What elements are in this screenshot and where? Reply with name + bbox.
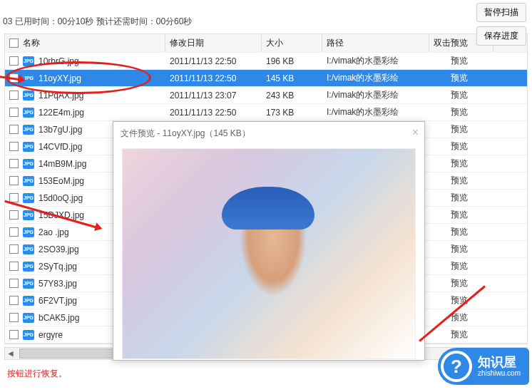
file-name: ergyre: [39, 330, 63, 340]
jpg-file-icon: JPG: [23, 73, 34, 83]
row-checkbox[interactable]: [9, 313, 19, 322]
preview-link[interactable]: 预览: [429, 53, 493, 68]
row-checkbox[interactable]: [9, 210, 19, 220]
preview-image: [122, 148, 416, 359]
status-bar: 03 已用时间：00分10秒 预计还需时间：00分60秒: [0, 0, 532, 31]
logo-title: 知识屋: [478, 356, 521, 370]
site-logo: ? 知识屋 zhishiwu.com: [438, 348, 529, 385]
close-icon[interactable]: ×: [412, 126, 419, 139]
jpg-file-icon: JPG: [23, 313, 34, 323]
preview-link[interactable]: 预览: [429, 156, 493, 171]
table-row[interactable]: JPG10rbrG.jpg2011/11/13 22:50196 KBI:/vi…: [5, 53, 527, 70]
row-checkbox[interactable]: [9, 176, 19, 185]
row-checkbox[interactable]: [9, 142, 19, 151]
file-path: I:/vimak的水墨彩绘: [322, 105, 429, 120]
preview-link[interactable]: 预览: [429, 122, 493, 137]
jpg-file-icon: JPG: [23, 125, 34, 135]
file-name: 11PqAX.jpg: [39, 91, 83, 100]
logo-subtitle: zhishiwu.com: [478, 369, 521, 377]
file-name: 2SyTq.jpg: [39, 262, 77, 272]
preview-link[interactable]: 预览: [429, 139, 493, 154]
file-name: 15d0oQ.jpg: [39, 193, 83, 203]
preview-link[interactable]: 预览: [429, 276, 493, 291]
file-name: 11oyXY.jpg: [39, 73, 81, 83]
preview-link[interactable]: 预览: [429, 190, 493, 205]
file-name: bCAK5.jpg: [39, 313, 79, 323]
preview-link[interactable]: 预览: [429, 207, 493, 222]
file-path: I:/vimak的水墨彩绘: [322, 71, 429, 86]
file-name: 10rbrG.jpg: [39, 56, 79, 66]
row-checkbox[interactable]: [9, 91, 19, 100]
file-name: 153EoM.jpg: [39, 176, 84, 186]
row-checkbox[interactable]: [9, 159, 19, 168]
row-checkbox[interactable]: [9, 193, 19, 202]
jpg-file-icon: JPG: [23, 193, 34, 203]
preview-popup: 文件预览 - 11oyXY.jpg（145 KB） ×: [113, 121, 425, 361]
file-date: 2011/11/13 22:50: [165, 106, 262, 119]
jpg-file-icon: JPG: [23, 330, 34, 340]
file-name: 57Y83.jpg: [39, 279, 77, 289]
file-path: I:/vimak的水墨彩绘: [322, 53, 429, 68]
pause-scan-button[interactable]: 暂停扫描: [476, 3, 526, 22]
preview-link[interactable]: 预览: [429, 225, 493, 239]
question-icon: ?: [441, 351, 472, 382]
jpg-file-icon: JPG: [23, 279, 34, 289]
preview-link[interactable]: 预览: [429, 293, 493, 308]
row-checkbox[interactable]: [9, 279, 19, 288]
jpg-file-icon: JPG: [23, 159, 34, 169]
row-checkbox[interactable]: [9, 262, 19, 271]
jpg-file-icon: JPG: [23, 142, 34, 152]
table-row[interactable]: JPG11oyXY.jpg2011/11/13 22:50145 KBI:/vi…: [5, 70, 527, 87]
preview-link[interactable]: 预览: [429, 71, 493, 86]
col-name[interactable]: 名称: [5, 34, 165, 52]
row-checkbox[interactable]: [9, 125, 19, 134]
file-name: 14mB9M.jpg: [39, 159, 86, 169]
row-checkbox[interactable]: [9, 330, 19, 339]
file-name: 13b7gU.jpg: [39, 125, 82, 135]
file-size: 173 KB: [262, 106, 322, 119]
file-size: 243 KB: [262, 89, 322, 102]
row-checkbox[interactable]: [9, 108, 19, 117]
file-size: 145 KB: [262, 72, 322, 85]
preview-link[interactable]: 预览: [429, 259, 493, 274]
jpg-file-icon: JPG: [23, 108, 34, 118]
preview-link[interactable]: 预览: [429, 105, 493, 120]
preview-link[interactable]: 预览: [429, 242, 493, 257]
row-checkbox[interactable]: [9, 73, 19, 83]
file-name: 2ao .jpg: [39, 227, 69, 237]
file-name: 14CVfD.jpg: [39, 142, 82, 152]
file-name: 122E4m.jpg: [39, 108, 84, 118]
file-date: 2011/11/13 23:07: [165, 89, 262, 102]
file-size: 196 KB: [262, 55, 322, 68]
col-date[interactable]: 修改日期: [165, 34, 262, 52]
toolbar: 暂停扫描 保存进度: [476, 3, 526, 50]
select-all-checkbox[interactable]: [9, 38, 19, 48]
row-checkbox[interactable]: [9, 56, 19, 66]
file-date: 2011/11/13 22:50: [165, 55, 262, 68]
save-progress-button[interactable]: 保存进度: [476, 26, 526, 46]
col-size[interactable]: 大小: [262, 34, 322, 52]
file-date: 2011/11/13 22:50: [165, 72, 262, 85]
jpg-file-icon: JPG: [23, 176, 34, 186]
preview-link[interactable]: 预览: [429, 327, 493, 342]
table-row[interactable]: JPG122E4m.jpg2011/11/13 22:50173 KBI:/vi…: [5, 104, 527, 121]
jpg-file-icon: JPG: [23, 296, 34, 306]
row-checkbox[interactable]: [9, 227, 19, 237]
file-name: 6F2VT.jpg: [39, 296, 77, 306]
jpg-file-icon: JPG: [23, 91, 34, 100]
row-checkbox[interactable]: [9, 244, 19, 254]
scroll-left-icon[interactable]: ◄: [5, 348, 16, 359]
preview-title: 文件预览 - 11oyXY.jpg（145 KB）: [113, 122, 424, 145]
file-name: 15DJXD.jpg: [39, 210, 84, 220]
preview-link[interactable]: 预览: [429, 88, 493, 103]
jpg-file-icon: JPG: [23, 210, 34, 220]
file-name: 2SO39.jpg: [39, 244, 79, 254]
file-path: I:/vimak的水墨彩绘: [322, 88, 429, 103]
row-checkbox[interactable]: [9, 296, 19, 305]
preview-link[interactable]: 预览: [429, 310, 493, 325]
col-path[interactable]: 路径: [322, 34, 429, 52]
preview-link[interactable]: 预览: [429, 173, 493, 188]
table-row[interactable]: JPG11PqAX.jpg2011/11/13 23:07243 KBI:/vi…: [5, 87, 527, 104]
recovery-hint: 按钮进行恢复。: [7, 368, 67, 380]
jpg-file-icon: JPG: [23, 227, 34, 237]
